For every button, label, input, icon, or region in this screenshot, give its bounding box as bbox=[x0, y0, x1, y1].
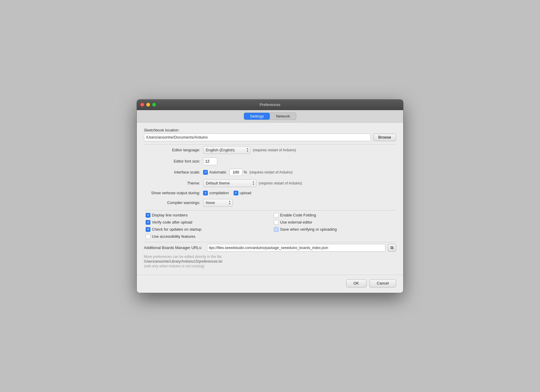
browse-button[interactable]: Browse bbox=[373, 134, 396, 141]
editor-language-note: (requires restart of Arduino) bbox=[253, 148, 296, 152]
interface-scale-auto-checkbox[interactable] bbox=[203, 170, 208, 175]
compiler-warnings-label: Compiler warnings: bbox=[144, 200, 203, 205]
editor-language-select-wrap: English (English) ▲ ▼ bbox=[203, 146, 250, 154]
verify-code-wrap: Verify code after upload bbox=[146, 220, 268, 225]
verify-code-checkbox[interactable] bbox=[146, 220, 150, 225]
tab-network[interactable]: Network bbox=[270, 113, 296, 120]
display-line-numbers-wrap: Display line numbers bbox=[146, 213, 268, 218]
verbose-upload-wrap: upload bbox=[234, 191, 251, 195]
percent-input[interactable] bbox=[229, 169, 242, 176]
boards-manager-label: Additional Boards Manager URLs: bbox=[144, 245, 202, 250]
use-external-editor-wrap: Use external editor bbox=[274, 220, 396, 225]
titlebar: Preferences bbox=[137, 99, 403, 110]
display-line-numbers-label: Display line numbers bbox=[152, 213, 188, 217]
verbose-compilation-checkbox[interactable] bbox=[203, 191, 208, 195]
traffic-lights bbox=[140, 103, 156, 107]
save-verifying-wrap: Save when verifying or uploading bbox=[274, 227, 396, 232]
interface-scale-row: Interface scale: Automatic % (requires r… bbox=[144, 169, 396, 176]
verbose-compilation-label: compilation bbox=[209, 191, 229, 195]
cancel-button[interactable]: Cancel bbox=[369, 279, 396, 287]
tab-group: Settings Network bbox=[244, 113, 296, 120]
dialog-footer: OK Cancel bbox=[137, 275, 403, 293]
display-line-numbers-checkbox[interactable] bbox=[146, 213, 150, 218]
enable-code-folding-checkbox[interactable] bbox=[274, 213, 279, 218]
theme-note: (requires restart of Arduino) bbox=[259, 181, 302, 185]
compiler-warnings-select-wrap: None ▲ ▼ bbox=[203, 199, 233, 207]
preferences-window: Preferences Settings Network Sketchbook … bbox=[137, 99, 403, 293]
settings-content: Sketchbook location: Browse Editor langu… bbox=[137, 123, 403, 275]
percent-wrap: % bbox=[229, 169, 247, 176]
interface-scale-note: (requires restart of Arduino) bbox=[249, 170, 292, 174]
verify-code-label: Verify code after upload bbox=[152, 220, 192, 224]
divider-1 bbox=[144, 144, 396, 144]
sketchbook-label: Sketchbook location: bbox=[144, 128, 396, 132]
verbose-row: Show verbose output during: compilation … bbox=[144, 191, 396, 195]
enable-code-folding-label: Enable Code Folding bbox=[280, 213, 316, 217]
compiler-warnings-select[interactable]: None bbox=[203, 199, 233, 207]
use-accessibility-checkbox[interactable] bbox=[146, 234, 150, 239]
enable-code-folding-wrap: Enable Code Folding bbox=[274, 213, 396, 218]
editor-font-size-input[interactable] bbox=[203, 158, 217, 165]
boards-manager-input[interactable] bbox=[207, 244, 385, 252]
use-external-editor-checkbox[interactable] bbox=[274, 220, 279, 225]
check-updates-label: Check for updates on startup bbox=[152, 227, 201, 232]
sketchbook-section: Sketchbook location: Browse bbox=[144, 128, 396, 141]
interface-scale-auto-wrap: Automatic bbox=[203, 170, 226, 175]
check-updates-wrap: Check for updates on startup bbox=[146, 227, 268, 232]
use-accessibility-wrap: Use accessibility features bbox=[146, 234, 268, 239]
tab-bar: Settings Network bbox=[137, 110, 403, 123]
more-prefs-info: More preferences can be edited directly … bbox=[144, 255, 396, 259]
percent-symbol: % bbox=[244, 170, 247, 174]
ok-button[interactable]: OK bbox=[346, 279, 367, 287]
divider-3 bbox=[144, 242, 396, 242]
minimize-button[interactable] bbox=[146, 103, 150, 107]
boards-manager-row: Additional Boards Manager URLs: ⧉ bbox=[144, 244, 396, 252]
verbose-compilation-wrap: compilation bbox=[203, 191, 229, 195]
use-external-editor-label: Use external editor bbox=[280, 220, 312, 224]
theme-row: Theme: Default theme ▲ ▼ (requires resta… bbox=[144, 179, 396, 187]
save-verifying-checkbox[interactable] bbox=[274, 227, 279, 232]
theme-label: Theme: bbox=[144, 181, 203, 185]
copy-url-button[interactable]: ⧉ bbox=[388, 244, 396, 252]
compiler-warnings-row: Compiler warnings: None ▲ ▼ bbox=[144, 199, 396, 207]
empty-cell bbox=[274, 234, 396, 239]
prefs-path: /Users/ansonhe/Library/Arduino15/prefere… bbox=[144, 259, 396, 264]
divider-2 bbox=[144, 210, 396, 211]
theme-select[interactable]: Default theme bbox=[203, 179, 256, 187]
check-updates-checkbox[interactable] bbox=[146, 227, 150, 232]
sketchbook-path-row: Browse bbox=[144, 134, 396, 141]
checkboxes-grid: Display line numbers Enable Code Folding… bbox=[146, 213, 396, 239]
sketchbook-path-input[interactable] bbox=[144, 134, 371, 141]
close-button[interactable] bbox=[140, 103, 144, 107]
edit-note: (edit only when Arduino is not running) bbox=[144, 264, 396, 268]
verbose-upload-checkbox[interactable] bbox=[234, 191, 238, 195]
save-verifying-label: Save when verifying or uploading bbox=[280, 227, 337, 232]
editor-language-row: Editor language: English (English) ▲ ▼ (… bbox=[144, 146, 396, 154]
editor-font-size-label: Editor font size: bbox=[144, 159, 203, 163]
interface-scale-auto-label: Automatic bbox=[209, 170, 226, 174]
editor-font-size-row: Editor font size: bbox=[144, 158, 396, 165]
use-accessibility-label: Use accessibility features bbox=[152, 234, 195, 239]
tab-settings[interactable]: Settings bbox=[244, 113, 270, 120]
editor-language-select[interactable]: English (English) bbox=[203, 146, 250, 154]
editor-language-label: Editor language: bbox=[144, 148, 203, 152]
window-title: Preferences bbox=[260, 102, 280, 107]
verbose-label: Show verbose output during: bbox=[144, 191, 203, 195]
theme-select-wrap: Default theme ▲ ▼ bbox=[203, 179, 256, 187]
maximize-button[interactable] bbox=[152, 103, 156, 107]
interface-scale-label: Interface scale: bbox=[144, 170, 203, 174]
verbose-upload-label: upload bbox=[240, 191, 251, 195]
